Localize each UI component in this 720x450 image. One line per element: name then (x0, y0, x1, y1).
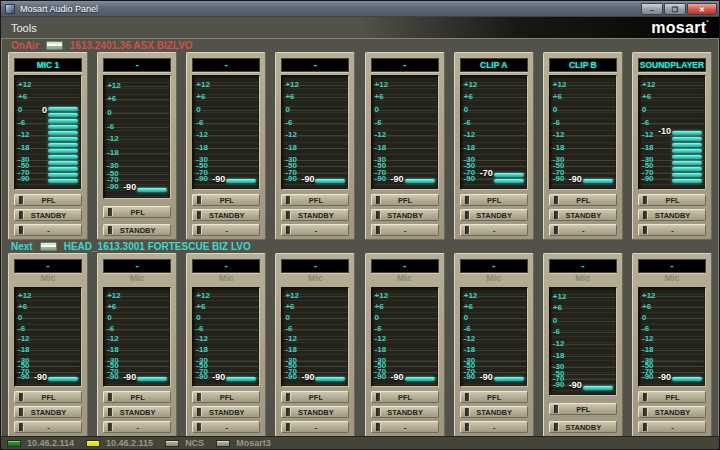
button-indicator (286, 211, 291, 219)
button-label: STANDBY (26, 211, 71, 220)
meter-scale-label: +12 (553, 81, 567, 89)
standby-button[interactable]: STANDBY (281, 406, 349, 418)
dash-button[interactable]: - (371, 421, 439, 433)
meter-segment (226, 179, 256, 183)
button-indicator (19, 196, 24, 204)
pfl-button[interactable]: PFL (103, 391, 171, 403)
channel-type-label: Mic (192, 273, 260, 284)
meter-scale-label: +6 (196, 303, 205, 311)
standby-button[interactable]: STANDBY (371, 209, 439, 221)
pfl-button[interactable]: PFL (192, 391, 260, 403)
pfl-button[interactable]: PFL (638, 391, 706, 403)
pfl-button[interactable]: PFL (549, 194, 617, 206)
level-meter: +12+60-6-12-18-30-50-70-90-90 (192, 75, 260, 190)
button-indicator (197, 226, 202, 234)
dash-button[interactable]: - (281, 421, 349, 433)
dash-button[interactable]: - (103, 421, 171, 433)
meter-scale-label: +6 (285, 303, 294, 311)
standby-button[interactable]: STANDBY (192, 209, 260, 221)
pfl-button[interactable]: PFL (460, 194, 528, 206)
meter-scale-label: -12 (464, 335, 476, 343)
meter-gridline (283, 123, 347, 124)
pfl-button[interactable]: PFL (281, 194, 349, 206)
pfl-button[interactable]: PFL (549, 403, 617, 415)
meter-scale-label: -12 (18, 131, 30, 139)
standby-button[interactable]: STANDBY (549, 421, 617, 433)
maximize-button[interactable]: ❐ (664, 3, 686, 15)
meter-segment (48, 161, 78, 165)
pfl-button[interactable]: PFL (638, 194, 706, 206)
dash-button[interactable]: - (192, 224, 260, 236)
button-indicator (376, 211, 381, 219)
meter-segment (48, 179, 78, 183)
meter-segment (137, 377, 167, 381)
strip-buttons: PFLSTANDBY- (281, 391, 349, 433)
strip-buttons: PFLSTANDBY- (549, 194, 617, 236)
channel-strip: -+12+60-6-12-18-30-50-70-90-90PFLSTANDBY… (186, 52, 266, 240)
meter-gridline (16, 318, 80, 319)
level-meter: +12+60-6-12-18-30-50-70-90-10 (638, 75, 706, 190)
pfl-button[interactable]: PFL (14, 194, 82, 206)
standby-button[interactable]: STANDBY (103, 224, 171, 236)
meter-scale-label: 0 (196, 314, 200, 322)
button-indicator (286, 423, 291, 431)
meter-scale-label: -18 (196, 144, 208, 152)
meter-gridline (373, 110, 437, 111)
standby-button[interactable]: STANDBY (638, 209, 706, 221)
button-label: PFL (115, 208, 160, 217)
dash-button[interactable]: - (14, 421, 82, 433)
pfl-button[interactable]: PFL (371, 391, 439, 403)
menu-tools[interactable]: Tools (1, 22, 47, 34)
dash-button[interactable]: - (460, 421, 528, 433)
button-indicator (643, 423, 648, 431)
button-indicator (108, 393, 113, 401)
pfl-button[interactable]: PFL (14, 391, 82, 403)
standby-button[interactable]: STANDBY (14, 406, 82, 418)
meter-gridline (283, 110, 347, 111)
standby-button[interactable]: STANDBY (192, 406, 260, 418)
standby-button[interactable]: STANDBY (371, 406, 439, 418)
standby-button[interactable]: STANDBY (103, 406, 171, 418)
standby-button[interactable]: STANDBY (460, 406, 528, 418)
standby-button[interactable]: STANDBY (638, 406, 706, 418)
dash-button[interactable]: - (192, 421, 260, 433)
meter-scale-label: -6 (375, 325, 382, 333)
button-label: PFL (204, 393, 249, 402)
dash-button[interactable]: - (549, 224, 617, 236)
meter-scale-label: -18 (553, 352, 565, 360)
standby-button[interactable]: STANDBY (460, 209, 528, 221)
dash-button[interactable]: - (460, 224, 528, 236)
close-button[interactable]: ✕ (687, 3, 717, 15)
channel-display: - (371, 259, 439, 273)
meter-segment (48, 377, 78, 381)
meter-scale-label: 0 (107, 314, 111, 322)
standby-button[interactable]: STANDBY (14, 209, 82, 221)
meter-scale-label: +6 (107, 303, 116, 311)
minimize-button[interactable]: – (641, 3, 663, 15)
dash-button[interactable]: - (281, 224, 349, 236)
dash-button[interactable]: - (14, 224, 82, 236)
dash-button[interactable]: - (638, 421, 706, 433)
channel-display: CLIP A (460, 58, 528, 72)
level-meter: +12+60-6-12-18-30-50-70-90-90 (281, 287, 349, 387)
dash-button[interactable]: - (638, 224, 706, 236)
pfl-button[interactable]: PFL (371, 194, 439, 206)
meter-segment (48, 137, 78, 141)
pfl-button[interactable]: PFL (281, 391, 349, 403)
channel-strip: CLIP A+12+60-6-12-18-30-50-70-90-70PFLST… (454, 52, 534, 240)
pfl-button[interactable]: PFL (103, 206, 171, 218)
button-indicator (376, 196, 381, 204)
meter-scale-label: -12 (107, 135, 119, 143)
meter-scale-label: -6 (642, 119, 649, 127)
meter-scale-label: +12 (196, 81, 210, 89)
meter-scale-label: 0 (285, 106, 289, 114)
standby-button[interactable]: STANDBY (281, 209, 349, 221)
button-indicator (376, 423, 381, 431)
button-label: PFL (383, 196, 428, 205)
dash-button[interactable]: - (371, 224, 439, 236)
standby-button[interactable]: STANDBY (549, 209, 617, 221)
pfl-button[interactable]: PFL (192, 194, 260, 206)
meter-segment (672, 131, 702, 135)
pfl-button[interactable]: PFL (460, 391, 528, 403)
button-label: STANDBY (26, 408, 71, 417)
